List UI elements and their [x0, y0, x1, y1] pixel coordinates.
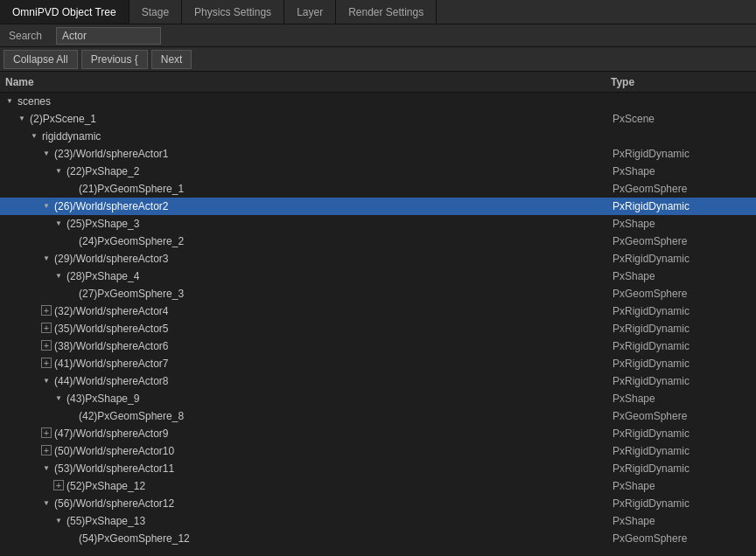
tree-node-type: PxRigidDynamic — [612, 497, 752, 510]
tree-row[interactable]: (54)PxGeomSphere_12PxGeomSphere — [0, 530, 756, 547]
tree-node-label: (47)/World/sphereActor9 — [54, 427, 169, 440]
tab-physics-settings[interactable]: Physics Settings — [182, 0, 284, 24]
toggle-icon[interactable]: ▼ — [52, 165, 65, 177]
tree-node-type: PxRigidDynamic — [612, 375, 752, 387]
tree-node-type: PxRigidDynamic — [612, 445, 752, 457]
toggle-icon[interactable]: + — [40, 340, 52, 352]
tree-node-type: PxScene — [612, 113, 752, 125]
toggle-icon[interactable]: ▼ — [16, 113, 28, 125]
tree-node-label: (50)/World/sphereActor10 — [54, 445, 174, 457]
toggle-icon[interactable]: + — [40, 445, 52, 457]
tree-row[interactable]: ▼(53)/World/sphereActor11PxRigidDynamic — [0, 460, 756, 477]
collapse-all-button[interactable]: Collapse All — [4, 50, 78, 69]
tree-row[interactable]: +(50)/World/sphereActor10PxRigidDynamic — [0, 442, 756, 460]
tree-node-type: PxRigidDynamic — [612, 323, 752, 335]
tree-row[interactable]: +(52)PxShape_12PxShape — [0, 477, 756, 495]
tree-node-type: PxShape — [612, 270, 752, 282]
tree-node-type: PxRigidDynamic — [612, 148, 752, 160]
tree-node-type: PxRigidDynamic — [612, 253, 752, 265]
toggle-icon[interactable]: ▼ — [52, 270, 65, 282]
tree-node-type: PxRigidDynamic — [612, 340, 752, 352]
tree-node-type: PxShape — [612, 480, 752, 492]
toggle-icon[interactable]: ▼ — [52, 218, 65, 230]
toggle-icon[interactable]: ▼ — [40, 148, 52, 160]
toggle-icon[interactable]: ▼ — [40, 253, 52, 265]
tab-stage[interactable]: Stage — [130, 0, 182, 24]
tree-area[interactable]: ▼scenes▼(2)PxScene_1PxScene▼rigiddynamic… — [0, 93, 756, 556]
tree-node-type: PxShape — [612, 393, 752, 405]
tree-row[interactable]: (21)PxGeomSphere_1PxGeomSphere — [0, 180, 756, 198]
tree-node-label: (44)/World/sphereActor8 — [54, 375, 169, 387]
tree-row[interactable]: ▼(55)PxShape_13PxShape — [0, 512, 756, 530]
toggle-icon[interactable]: ▼ — [40, 375, 52, 387]
tab-render-settings[interactable]: Render Settings — [336, 0, 437, 24]
toggle-icon[interactable] — [65, 410, 77, 422]
toggle-icon[interactable] — [65, 288, 77, 300]
tree-node-label: (54)PxGeomSphere_12 — [79, 532, 190, 545]
tree-node-label: rigiddynamic — [42, 130, 101, 142]
tree-row[interactable]: +(38)/World/sphereActor6PxRigidDynamic — [0, 337, 756, 355]
tree-row[interactable]: +(35)/World/sphereActor5PxRigidDynamic — [0, 320, 756, 337]
tree-row[interactable]: ▼(23)/World/sphereActor1PxRigidDynamic — [0, 145, 756, 163]
next-button[interactable]: Next — [151, 50, 192, 69]
tree-node-type: PxShape — [612, 218, 752, 230]
toggle-icon[interactable]: + — [40, 427, 52, 440]
toggle-icon[interactable] — [65, 183, 77, 195]
toggle-icon[interactable]: ▼ — [52, 393, 65, 405]
tree-node-label: (56)/World/sphereActor12 — [54, 497, 174, 510]
column-header: Name Type — [0, 72, 756, 93]
tree-row[interactable]: ▼(25)PxShape_3PxShape — [0, 215, 756, 233]
toggle-icon[interactable]: ▼ — [52, 515, 65, 527]
tree-node-label: (25)PxShape_3 — [66, 218, 139, 230]
tree-row[interactable]: (42)PxGeomSphere_8PxGeomSphere — [0, 407, 756, 425]
tree-row[interactable]: ▼scenes — [0, 93, 756, 110]
tree-row[interactable]: ▼rigiddynamic — [0, 128, 756, 145]
tab-bar: OmniPVD Object Tree Stage Physics Settin… — [0, 0, 756, 24]
tree-node-type: PxGeomSphere — [612, 532, 752, 545]
tab-omni-pvd[interactable]: OmniPVD Object Tree — [0, 0, 130, 24]
tree-node-label: (32)/World/sphereActor4 — [54, 305, 169, 317]
toggle-icon[interactable]: ▼ — [40, 497, 52, 510]
tree-row[interactable]: (24)PxGeomSphere_2PxGeomSphere — [0, 233, 756, 250]
toggle-icon[interactable]: ▼ — [40, 462, 52, 475]
toggle-icon[interactable]: + — [52, 480, 65, 492]
tree-row[interactable]: ▼(2)PxScene_1PxScene — [0, 110, 756, 128]
tab-layer[interactable]: Layer — [284, 0, 336, 24]
tree-node-label: (22)PxShape_2 — [66, 165, 139, 177]
tree-row[interactable]: ▼(29)/World/sphereActor3PxRigidDynamic — [0, 250, 756, 268]
toggle-icon[interactable]: + — [40, 305, 52, 317]
tree-node-type: PxRigidDynamic — [612, 305, 752, 317]
tree-node-type: PxShape — [612, 515, 752, 527]
tree-node-label: (41)/World/sphereActor7 — [54, 358, 169, 370]
tree-row[interactable]: (27)PxGeomSphere_3PxGeomSphere — [0, 285, 756, 302]
previous-button[interactable]: Previous { — [81, 50, 148, 69]
toggle-icon[interactable] — [65, 235, 77, 247]
toggle-icon[interactable]: ▼ — [28, 130, 40, 142]
search-input[interactable] — [56, 27, 161, 45]
tree-node-type: PxRigidDynamic — [612, 427, 752, 440]
toolbar: Collapse All Previous { Next — [0, 47, 756, 72]
tree-node-label: (35)/World/sphereActor5 — [54, 323, 169, 335]
tree-node-type: PxRigidDynamic — [612, 462, 752, 475]
tree-node-label: (21)PxGeomSphere_1 — [79, 183, 184, 195]
name-column-header: Name — [5, 76, 611, 88]
tree-row[interactable]: ▼(26)/World/sphereActor2PxRigidDynamic — [0, 198, 756, 215]
tree-node-label: (28)PxShape_4 — [66, 270, 139, 282]
tree-node-label: (23)/World/sphereActor1 — [54, 148, 169, 160]
toggle-icon[interactable]: ▼ — [4, 95, 16, 108]
tree-node-type: PxRigidDynamic — [612, 358, 752, 370]
toggle-icon[interactable]: + — [40, 323, 52, 335]
tree-row[interactable]: ▼(44)/World/sphereActor8PxRigidDynamic — [0, 372, 756, 390]
tree-row[interactable]: +(47)/World/sphereActor9PxRigidDynamic — [0, 425, 756, 442]
toggle-icon[interactable]: ▼ — [40, 200, 52, 212]
app-container: OmniPVD Object Tree Stage Physics Settin… — [0, 0, 756, 556]
tree-node-label: (29)/World/sphereActor3 — [54, 253, 169, 265]
tree-row[interactable]: +(41)/World/sphereActor7PxRigidDynamic — [0, 355, 756, 372]
tree-row[interactable]: ▼(43)PxShape_9PxShape — [0, 390, 756, 407]
tree-row[interactable]: ▼(56)/World/sphereActor12PxRigidDynamic — [0, 495, 756, 512]
tree-row[interactable]: ▼(28)PxShape_4PxShape — [0, 268, 756, 285]
tree-row[interactable]: +(32)/World/sphereActor4PxRigidDynamic — [0, 302, 756, 320]
toggle-icon[interactable]: + — [40, 358, 52, 370]
tree-row[interactable]: ▼(22)PxShape_2PxShape — [0, 163, 756, 180]
toggle-icon[interactable] — [65, 532, 77, 545]
